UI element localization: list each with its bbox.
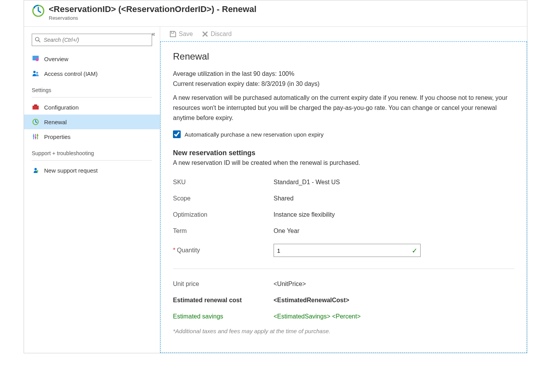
page-header: <ReservationID> (<ReservationOrderID>) -… bbox=[24, 0, 527, 27]
divider bbox=[173, 269, 514, 269]
sidebar-section-settings: Settings bbox=[24, 81, 160, 96]
svg-rect-20 bbox=[171, 31, 174, 33]
row-renewal-cost: Estimated renewal cost <EstimatedRenewal… bbox=[173, 292, 514, 308]
sidebar: « Overview Access control (IAM) Sett bbox=[24, 27, 160, 353]
sidebar-item-label: New support request bbox=[44, 167, 98, 174]
breadcrumb: Reservations bbox=[49, 15, 257, 21]
sidebar-item-iam[interactable]: Access control (IAM) bbox=[24, 66, 160, 81]
svg-rect-8 bbox=[33, 106, 39, 110]
search-icon bbox=[35, 37, 41, 43]
sidebar-item-properties[interactable]: Properties bbox=[24, 129, 160, 144]
save-button[interactable]: Save bbox=[169, 31, 193, 38]
footnote: *Additional taxes and fees may apply at … bbox=[173, 328, 514, 334]
svg-line-3 bbox=[39, 41, 40, 42]
svg-rect-15 bbox=[35, 137, 36, 138]
row-term: Term One Year bbox=[173, 223, 514, 239]
discard-button[interactable]: Discard bbox=[202, 31, 231, 38]
auto-renew-checkbox[interactable] bbox=[173, 130, 181, 138]
renewal-description: A new reservation will be purchased auto… bbox=[173, 93, 513, 123]
sidebar-item-label: Renewal bbox=[44, 119, 67, 125]
discard-icon bbox=[202, 31, 208, 37]
sidebar-item-label: Access control (IAM) bbox=[44, 70, 98, 77]
main-content: Save Discard Renewal Average utilization… bbox=[160, 27, 527, 353]
quantity-input[interactable] bbox=[274, 244, 421, 257]
collapse-sidebar-button[interactable]: « bbox=[152, 31, 155, 38]
sidebar-item-label: Configuration bbox=[44, 104, 79, 111]
sidebar-item-renewal[interactable]: Renewal bbox=[24, 115, 160, 129]
iam-icon bbox=[32, 70, 39, 77]
save-icon bbox=[169, 31, 176, 38]
svg-point-2 bbox=[35, 38, 39, 41]
row-unit-price: Unit price <UnitPrice> bbox=[173, 276, 514, 292]
sidebar-item-label: Overview bbox=[44, 56, 68, 62]
overview-icon bbox=[32, 55, 39, 62]
properties-icon bbox=[32, 133, 39, 140]
sidebar-item-support-request[interactable]: New support request bbox=[24, 163, 160, 178]
row-sku: SKU Standard_D1 - West US bbox=[173, 174, 514, 190]
support-icon bbox=[32, 167, 39, 174]
page-title: <ReservationID> (<ReservationOrderID>) -… bbox=[49, 4, 257, 14]
settings-heading: New reservation settings bbox=[173, 149, 514, 157]
required-indicator: * bbox=[173, 247, 175, 253]
configuration-icon bbox=[32, 104, 39, 111]
svg-point-6 bbox=[33, 71, 36, 73]
expiry-line: Current reservation expiry date: 8/3/201… bbox=[173, 80, 514, 87]
renewal-icon bbox=[32, 118, 39, 125]
sidebar-item-overview[interactable]: Overview bbox=[24, 51, 160, 66]
svg-point-17 bbox=[34, 168, 37, 170]
svg-rect-16 bbox=[37, 135, 38, 136]
row-savings: Estimated savings <EstimatedSavings> <Pe… bbox=[173, 308, 514, 325]
toolbar: Save Discard bbox=[160, 27, 527, 42]
sidebar-item-label: Properties bbox=[44, 134, 70, 140]
svg-rect-14 bbox=[33, 135, 34, 137]
svg-rect-12 bbox=[35, 134, 36, 139]
sidebar-item-configuration[interactable]: Configuration bbox=[24, 100, 160, 115]
row-scope: Scope Shared bbox=[173, 190, 514, 207]
row-quantity: *Quantity ✓ bbox=[173, 239, 514, 262]
auto-renew-label: Automatically purchase a new reservation… bbox=[185, 131, 323, 138]
utilization-line: Average utilization in the last 90 days:… bbox=[173, 70, 514, 77]
reservation-icon bbox=[32, 4, 45, 17]
settings-subheading: A new reservation ID will be created whe… bbox=[173, 159, 514, 166]
row-optimization: Optimization Instance size flexibility bbox=[173, 207, 514, 223]
svg-rect-9 bbox=[34, 104, 37, 106]
valid-check-icon: ✓ bbox=[412, 246, 418, 255]
sidebar-section-support: Support + troubleshooting bbox=[24, 144, 160, 159]
content-heading: Renewal bbox=[173, 51, 514, 62]
search-input[interactable] bbox=[32, 34, 152, 46]
svg-rect-19 bbox=[37, 170, 38, 172]
svg-point-7 bbox=[36, 72, 38, 74]
svg-point-5 bbox=[36, 58, 39, 61]
